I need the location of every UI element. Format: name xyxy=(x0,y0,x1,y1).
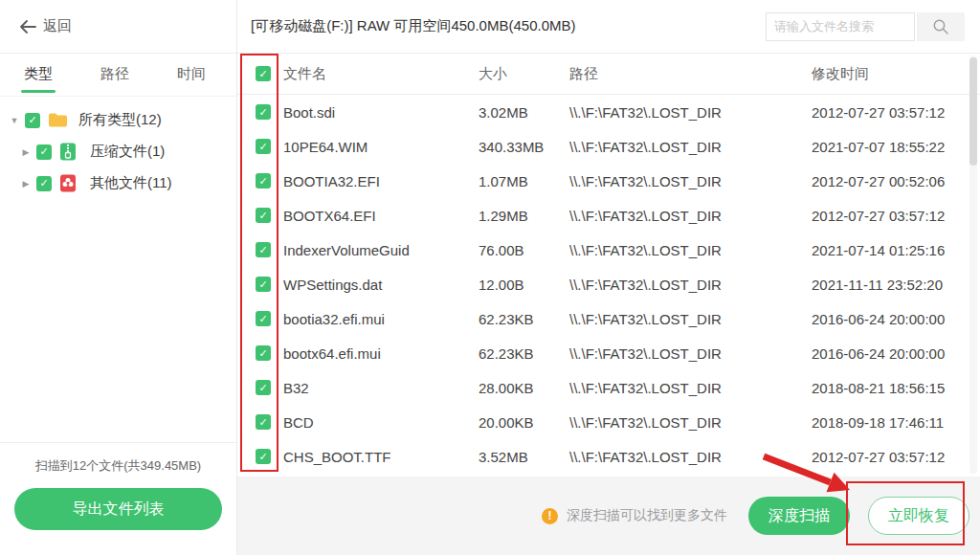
table-row[interactable]: ✓ 10PE64.WIM 340.33MB \\.\F:\FAT32\.LOST… xyxy=(237,129,980,164)
file-path-cell: \\.\F:\FAT32\.LOST_DIR xyxy=(569,139,722,155)
export-file-list-button[interactable]: 导出文件列表 xyxy=(14,488,222,530)
file-size-cell: 20.00KB xyxy=(479,414,534,431)
row-checkbox[interactable]: ✓ xyxy=(256,242,271,257)
deep-scan-hint: 深度扫描可以找到更多文件 xyxy=(567,507,727,524)
file-path-cell: \\.\F:\FAT32\.LOST_DIR xyxy=(569,104,722,121)
expand-arrow-icon[interactable]: ▶ xyxy=(19,147,33,157)
search-button[interactable] xyxy=(917,12,965,41)
table-row[interactable]: ✓ bootia32.efi.mui 62.23KB \\.\F:\FAT32\… xyxy=(237,301,980,336)
file-size-cell: 76.00B xyxy=(479,242,524,258)
tree-item-label: 所有类型(12) xyxy=(78,111,162,129)
select-all-checkbox[interactable]: ✓ xyxy=(256,66,271,81)
scrollbar-track[interactable] xyxy=(969,56,977,474)
row-checkbox[interactable]: ✓ xyxy=(256,173,271,189)
file-mtime-cell: 2021-11-11 23:52:20 xyxy=(812,277,943,293)
column-header-path[interactable]: 路径 xyxy=(569,65,598,83)
tree-item-label: 其他文件(11) xyxy=(90,174,172,192)
file-size-cell: 1.29MB xyxy=(479,208,528,224)
table-header: ✓ 文件名 大小 路径 修改时间 xyxy=(237,54,980,95)
file-path-cell: \\.\F:\FAT32\.LOST_DIR xyxy=(569,449,722,465)
file-mtime-cell: 2012-07-27 03:57:12 xyxy=(812,208,945,224)
file-size-cell: 3.02MB xyxy=(479,104,528,121)
row-checkbox[interactable]: ✓ xyxy=(256,311,271,326)
back-arrow-icon xyxy=(19,20,36,33)
row-checkbox[interactable]: ✓ xyxy=(256,345,271,361)
file-path-cell: \\.\F:\FAT32\.LOST_DIR xyxy=(569,380,722,396)
row-checkbox[interactable]: ✓ xyxy=(256,139,271,154)
file-name-cell: BOOTX64.EFI xyxy=(283,208,376,224)
file-mtime-cell: 2016-06-24 20:00:00 xyxy=(812,345,945,362)
file-path-cell: \\.\F:\FAT32\.LOST_DIR xyxy=(569,277,722,293)
table-row[interactable]: ✓ CHS_BOOT.TTF 3.52MB \\.\F:\FAT32\.LOST… xyxy=(237,439,980,474)
file-name-cell: BOOTIA32.EFI xyxy=(283,173,380,189)
tab-type[interactable]: 类型 xyxy=(0,54,77,96)
tree-item-archive-files[interactable]: ▶ ✓ 压缩文件(1) xyxy=(0,136,236,167)
tree-item-all-types[interactable]: ▼ ✓ 所有类型(12) xyxy=(0,104,236,136)
file-name-cell: bootx64.efi.mui xyxy=(283,345,381,362)
file-table: ✓ Boot.sdi 3.02MB \\.\F:\FAT32\.LOST_DIR… xyxy=(237,95,980,474)
scan-summary: 扫描到12个文件(共349.45MB) xyxy=(0,457,236,475)
row-checkbox[interactable]: ✓ xyxy=(256,380,271,395)
other-file-icon xyxy=(59,174,80,193)
app-window: 返回 类型 路径 时间 ▼ ✓ 所有类型(12) ▶ ✓ xyxy=(0,0,980,555)
tree-item-label: 压缩文件(1) xyxy=(90,143,165,161)
file-name-cell: BCD xyxy=(283,414,314,431)
back-button[interactable]: 返回 xyxy=(19,17,72,35)
column-header-mtime[interactable]: 修改时间 xyxy=(812,65,869,83)
tree-checkbox[interactable]: ✓ xyxy=(25,113,40,128)
title-bar: [可移动磁盘(F:)] RAW 可用空间450.0MB(450.0MB) xyxy=(237,0,980,54)
table-row[interactable]: ✓ B32 28.00KB \\.\F:\FAT32\.LOST_DIR 201… xyxy=(237,370,980,405)
file-mtime-cell: 2021-07-14 01:25:16 xyxy=(812,242,945,258)
search-box xyxy=(766,12,965,41)
file-name-cell: Boot.sdi xyxy=(283,104,335,121)
file-name-cell: IndexerVolumeGuid xyxy=(283,242,410,258)
tab-time[interactable]: 时间 xyxy=(153,54,230,96)
column-header-name[interactable]: 文件名 xyxy=(283,65,326,83)
scrollbar-thumb[interactable] xyxy=(969,57,977,166)
file-mtime-cell: 2012-07-27 03:57:12 xyxy=(812,104,945,121)
sidebar-tabs: 类型 路径 时间 xyxy=(0,54,236,97)
row-checkbox[interactable]: ✓ xyxy=(256,277,271,292)
file-mtime-cell: 2018-09-18 17:46:11 xyxy=(812,414,944,431)
file-path-cell: \\.\F:\FAT32\.LOST_DIR xyxy=(569,173,722,189)
file-mtime-cell: 2012-07-27 03:57:12 xyxy=(812,449,945,465)
file-size-cell: 62.23KB xyxy=(479,345,534,362)
table-row[interactable]: ✓ BOOTIA32.EFI 1.07MB \\.\F:\FAT32\.LOST… xyxy=(237,164,980,198)
table-row[interactable]: ✓ IndexerVolumeGuid 76.00B \\.\F:\FAT32\… xyxy=(237,233,980,267)
file-path-cell: \\.\F:\FAT32\.LOST_DIR xyxy=(569,414,722,431)
folder-icon xyxy=(48,111,69,130)
file-size-cell: 1.07MB xyxy=(479,173,528,189)
search-icon xyxy=(932,18,949,35)
file-name-cell: B32 xyxy=(283,380,309,396)
expand-arrow-icon[interactable]: ▶ xyxy=(19,179,33,189)
file-mtime-cell: 2018-08-21 18:56:15 xyxy=(812,380,945,396)
row-checkbox[interactable]: ✓ xyxy=(256,208,271,223)
file-type-tree: ▼ ✓ 所有类型(12) ▶ ✓ 压缩文件(1) ▶ ✓ xyxy=(0,97,236,199)
tree-checkbox[interactable]: ✓ xyxy=(36,144,52,160)
file-name-cell: WPSettings.dat xyxy=(283,277,382,293)
file-path-cell: \\.\F:\FAT32\.LOST_DIR xyxy=(569,311,722,327)
file-mtime-cell: 2016-06-24 20:00:00 xyxy=(812,311,945,327)
file-size-cell: 28.00KB xyxy=(479,380,534,396)
search-input[interactable] xyxy=(766,12,915,41)
expand-arrow-icon[interactable]: ▼ xyxy=(8,116,21,125)
table-row[interactable]: ✓ BCD 20.00KB \\.\F:\FAT32\.LOST_DIR 201… xyxy=(237,405,980,439)
tab-path[interactable]: 路径 xyxy=(77,54,153,96)
sidebar-footer: 扫描到12个文件(共349.45MB) 导出文件列表 xyxy=(0,442,236,555)
table-row[interactable]: ✓ bootx64.efi.mui 62.23KB \\.\F:\FAT32\.… xyxy=(237,336,980,370)
tree-item-other-files[interactable]: ▶ ✓ 其他文件(11) xyxy=(0,167,236,199)
table-row[interactable]: ✓ WPSettings.dat 12.00B \\.\F:\FAT32\.LO… xyxy=(237,267,980,301)
row-checkbox[interactable]: ✓ xyxy=(256,449,271,464)
recover-now-button[interactable]: 立即恢复 xyxy=(868,497,969,535)
row-checkbox[interactable]: ✓ xyxy=(256,104,271,120)
file-name-cell: CHS_BOOT.TTF xyxy=(283,449,391,465)
column-header-size[interactable]: 大小 xyxy=(479,65,507,83)
table-row[interactable]: ✓ BOOTX64.EFI 1.29MB \\.\F:\FAT32\.LOST_… xyxy=(237,198,980,233)
sidebar: 返回 类型 路径 时间 ▼ ✓ 所有类型(12) ▶ ✓ xyxy=(0,0,237,555)
row-checkbox[interactable]: ✓ xyxy=(256,414,271,430)
back-label: 返回 xyxy=(43,17,72,35)
tree-checkbox[interactable]: ✓ xyxy=(36,176,52,191)
file-path-cell: \\.\F:\FAT32\.LOST_DIR xyxy=(569,242,722,258)
table-row[interactable]: ✓ Boot.sdi 3.02MB \\.\F:\FAT32\.LOST_DIR… xyxy=(237,95,980,129)
deep-scan-button[interactable]: 深度扫描 xyxy=(748,497,850,535)
